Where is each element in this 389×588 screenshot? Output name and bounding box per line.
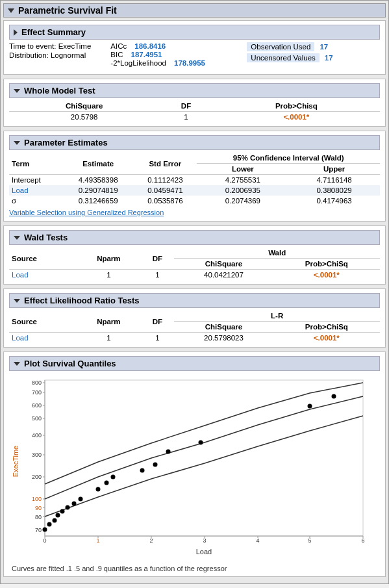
lr-source: Load xyxy=(9,333,77,344)
data-point xyxy=(199,441,203,445)
wald-tests-label: Wald Tests xyxy=(24,233,68,242)
survival-chart: ExecTime 70 80 90 100 200 300 xyxy=(9,374,373,562)
meta-left: Time to event: ExecTime Distribution: Lo… xyxy=(9,42,91,60)
wald-tests-header[interactable]: Wald Tests xyxy=(9,230,380,245)
lr-df: 1 xyxy=(141,333,175,344)
data-point xyxy=(79,497,83,502)
main-container: Parametric Survival Fit Effect Summary T… xyxy=(0,0,389,584)
loglik-label: -2*LogLikelihood xyxy=(110,59,166,67)
col-upper: Upper xyxy=(288,164,380,175)
data-point xyxy=(111,475,116,479)
whole-model-table: ChiSquare DF Prob>Chisq 20.5798 1 <.0001… xyxy=(9,101,380,122)
wt-wald-header: Wald xyxy=(174,248,380,259)
wt-prob: <.0001* xyxy=(273,270,380,281)
param-estimates-table: Term Estimate Std Error 95% Confidence I… xyxy=(9,153,380,206)
data-point xyxy=(96,487,101,492)
pe-estimate-0: 4.49358398 xyxy=(63,175,133,186)
table-row: Load 0.29074819 0.0459471 0.2006935 0.38… xyxy=(9,185,380,196)
svg-text:600: 600 xyxy=(32,402,42,409)
svg-rect-0 xyxy=(45,380,363,536)
effect-lr-header[interactable]: Effect Likelihood Ratio Tests xyxy=(9,293,380,308)
data-point xyxy=(53,518,57,523)
pe-upper-1: 0.3808029 xyxy=(288,185,380,196)
lr-col-chisq: ChiSquare xyxy=(174,322,273,333)
wt-chisq: 40.0421207 xyxy=(174,270,273,281)
pe-stderr-2: 0.0535876 xyxy=(133,196,197,206)
wald-tests-table: Source Nparm DF Wald ChiSquare Prob>ChiS… xyxy=(9,248,380,280)
svg-text:4: 4 xyxy=(256,537,259,544)
data-point xyxy=(43,528,47,532)
uncensored-value: 17 xyxy=(325,54,333,62)
effect-lr-collapse-icon xyxy=(14,299,20,303)
effect-summary-section: Effect Summary Time to event: ExecTime D… xyxy=(3,20,386,75)
chart-area: ExecTime 70 80 90 100 200 300 xyxy=(9,374,380,562)
whole-model-test-section: Whole Model Test ChiSquare DF Prob>Chisq… xyxy=(3,79,386,127)
parameter-estimates-section: Parameter Estimates Term Estimate Std Er… xyxy=(3,131,386,222)
effect-summary-header[interactable]: Effect Summary xyxy=(9,25,380,40)
wt-col-df: DF xyxy=(141,248,175,270)
col-df: DF xyxy=(159,101,212,112)
svg-text:3: 3 xyxy=(203,537,206,544)
panel-collapse-icon xyxy=(8,8,14,13)
svg-text:800: 800 xyxy=(32,379,42,386)
bic-value: 187.4951 xyxy=(131,51,162,58)
col-stderr: Std Error xyxy=(133,153,197,175)
svg-text:500: 500 xyxy=(32,415,42,422)
plot-survival-section: Plot Survival Quantiles ExecTime 70 80 9… xyxy=(3,352,386,577)
data-point xyxy=(153,463,158,467)
svg-text:80: 80 xyxy=(35,514,42,520)
pe-term-2: σ xyxy=(9,196,63,206)
parameter-estimates-header[interactable]: Parameter Estimates xyxy=(9,135,380,150)
lr-col-nparm: Nparm xyxy=(77,311,140,333)
pe-lower-2: 0.2074369 xyxy=(197,196,288,206)
pe-upper-0: 4.7116148 xyxy=(288,175,380,186)
obs-used-value: 17 xyxy=(320,43,328,51)
data-point xyxy=(140,468,145,473)
whole-model-test-header[interactable]: Whole Model Test xyxy=(9,83,380,98)
wald-tests-section: Wald Tests Source Nparm DF Wald ChiSquar… xyxy=(3,225,386,285)
pe-estimate-1: 0.29074819 xyxy=(63,185,133,196)
metrics-section: AICc 186.8416 BIC 187.4951 -2*LogLikelih… xyxy=(110,42,227,68)
effect-summary-label: Effect Summary xyxy=(21,27,86,37)
pe-upper-2: 0.4174963 xyxy=(288,196,380,206)
pe-estimate-2: 0.31246659 xyxy=(63,196,133,206)
data-point xyxy=(308,404,312,409)
plot-survival-header[interactable]: Plot Survival Quantiles xyxy=(9,356,380,371)
col-chisquare: ChiSquare xyxy=(9,101,159,112)
variable-selection-link[interactable]: Variable Selection using Generalized Reg… xyxy=(9,209,164,216)
time-to-event: Time to event: ExecTime xyxy=(9,42,91,50)
ci-header: 95% Confidence Interval (Wald) xyxy=(197,153,380,164)
data-point xyxy=(72,502,77,506)
col-estimate: Estimate xyxy=(63,153,133,175)
panel-title[interactable]: Parametric Survival Fit xyxy=(3,3,386,18)
plot-survival-label: Plot Survival Quantiles xyxy=(24,359,116,368)
svg-text:100: 100 xyxy=(32,496,42,502)
svg-text:200: 200 xyxy=(32,474,42,480)
param-estimates-label: Parameter Estimates xyxy=(24,138,108,147)
table-row: Intercept 4.49358398 0.1112423 4.2755531… xyxy=(9,175,380,186)
lr-chisq: 20.5798023 xyxy=(174,333,273,344)
pe-stderr-0: 0.1112423 xyxy=(133,175,197,186)
lr-col-source: Source xyxy=(9,311,77,333)
svg-text:700: 700 xyxy=(32,389,42,396)
svg-text:2: 2 xyxy=(149,537,153,544)
svg-text:6: 6 xyxy=(361,537,364,544)
aicc-value: 186.8416 xyxy=(134,42,166,50)
effect-lr-table: Source Nparm DF L-R ChiSquare Prob>ChiSq… xyxy=(9,311,380,343)
aicc-label: AICc xyxy=(110,42,127,50)
data-point xyxy=(66,505,70,510)
lr-header: L-R xyxy=(174,311,380,322)
svg-text:0: 0 xyxy=(43,537,46,544)
wt-source: Load xyxy=(9,270,77,281)
lr-nparm: 1 xyxy=(77,333,140,344)
whole-model-collapse-icon xyxy=(14,89,20,93)
uncensored-label: Uncensored Values xyxy=(247,53,320,62)
svg-text:1: 1 xyxy=(96,537,99,544)
svg-text:70: 70 xyxy=(35,527,42,533)
wald-tests-collapse-icon xyxy=(14,236,20,240)
lr-col-df: DF xyxy=(141,311,175,333)
svg-text:90: 90 xyxy=(35,505,42,511)
data-point xyxy=(105,481,109,485)
table-row: σ 0.31246659 0.0535876 0.2074369 0.41749… xyxy=(9,196,380,206)
pe-term-1: Load xyxy=(9,185,63,196)
